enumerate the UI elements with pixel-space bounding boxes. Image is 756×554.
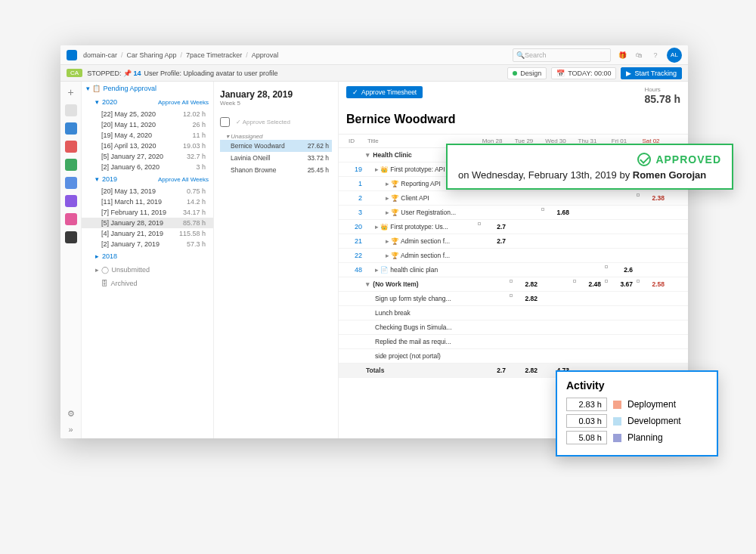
person-row[interactable]: Lavinia ONeill33.72 h [220,152,332,164]
add-icon[interactable]: + [67,86,73,98]
grid-cell[interactable] [540,196,572,200]
grid-cell[interactable] [508,325,540,330]
grid-cell[interactable] [508,239,540,243]
year-2020[interactable]: ▾ 2020Approve All Weeks [82,95,213,109]
grid-cell[interactable] [540,296,572,301]
expand-icon[interactable]: » [68,425,73,434]
rail-app-icon[interactable] [65,104,77,116]
grid-cell[interactable] [476,268,508,272]
week-row[interactable]: [19] May 4, 202011 h [82,130,213,141]
week-row[interactable]: [5] January 27, 202032.7 h [82,151,213,162]
grid-cell[interactable] [476,325,508,330]
week-row[interactable]: [2] January 6, 20203 h [82,162,213,172]
grid-cell[interactable] [476,210,508,215]
archived-section[interactable]: 🗄 Archived [82,277,213,290]
grid-cell[interactable]: 2.58 [635,278,667,290]
grid-cell[interactable] [540,239,572,243]
grid-cell[interactable] [635,253,667,258]
grid-cell[interactable] [635,210,667,215]
grid-cell[interactable]: 2.48 [572,278,603,290]
grid-cell[interactable] [572,268,603,272]
activity-hours[interactable]: 0.03 h [566,414,607,428]
grid-cell[interactable] [540,311,572,315]
grid-cell[interactable] [476,296,508,301]
grid-cell[interactable] [635,354,667,358]
grid-cell[interactable] [572,339,603,344]
week-row[interactable]: [7] February 11, 201934.17 h [82,207,213,218]
grid-row[interactable]: Replied the mail as requi... [339,335,688,349]
gift-icon[interactable]: 🎁 [617,50,627,60]
year-2019[interactable]: ▾ 2019Approve All Weeks [82,172,213,186]
select-all-checkbox[interactable] [220,117,230,127]
design-pill[interactable]: Design [507,67,547,79]
person-row[interactable]: Bernice Woodward27.62 h [220,140,332,152]
grid-cell[interactable] [572,224,603,229]
grid-row[interactable]: 22▸🏆 Admin section f... [339,249,688,263]
grid-cell[interactable] [508,354,540,358]
grid-cell[interactable] [572,354,603,358]
breadcrumb-item[interactable]: domain-car [83,51,117,59]
grid-cell[interactable] [508,224,540,229]
grid-row[interactable]: ▾ (No Work Item)2.822.483.672.58 [339,277,688,292]
week-row[interactable]: [20] May 11, 202026 h [82,119,213,130]
grid-cell[interactable] [540,224,572,229]
grid-cell[interactable] [603,224,635,229]
grid-cell[interactable] [476,339,508,344]
breadcrumb-item[interactable]: Approval [252,51,279,59]
breadcrumb-item[interactable]: 7pace Timetracker [186,51,242,59]
grid-cell[interactable] [635,339,667,344]
activity-hours[interactable]: 5.08 h [566,431,607,444]
approve-all-weeks-2019[interactable]: Approve All Weeks [158,176,209,183]
avatar[interactable]: AL [667,48,682,63]
rail-app-icon[interactable] [65,122,77,135]
rail-app-icon[interactable] [65,177,77,189]
search-input[interactable]: 🔍 Search [513,48,611,62]
activity-hours[interactable]: 2.83 h [566,398,607,411]
grid-cell[interactable]: 2.38 [635,192,667,204]
grid-row[interactable]: 20▸👑 First prototype: Us...2.7 [339,220,688,234]
year-2018[interactable]: ▸ 2018 [82,249,213,263]
grid-cell[interactable] [476,253,508,258]
grid-cell[interactable] [572,210,603,215]
grid-cell[interactable] [540,354,572,358]
grid-cell[interactable] [603,325,635,330]
grid-row[interactable]: side project (not portal) [339,349,688,364]
grid-row[interactable]: 21▸🏆 Admin section f...2.7 [339,234,688,249]
week-row[interactable]: [16] April 13, 202019.03 h [82,141,213,151]
rail-app-icon[interactable] [65,159,77,171]
grid-cell[interactable] [572,253,603,258]
week-row[interactable]: [4] January 21, 2019115.58 h [82,228,213,239]
grid-cell[interactable]: 3.67 [603,278,635,290]
grid-row[interactable]: Sign up form style chang...2.82 [339,292,688,306]
approve-all-weeks-2020[interactable]: Approve All Weeks [158,99,209,106]
grid-cell[interactable]: 2.6 [603,264,635,276]
status-item-id[interactable]: 14 [134,70,141,77]
grid-row[interactable]: 2▸🏆 Client API2.38 [339,191,688,206]
grid-cell[interactable] [603,210,635,215]
bag-icon[interactable]: 🛍 [634,50,644,60]
pending-approval-section[interactable]: ▾ 📋 Pending Approval [82,82,213,95]
grid-cell[interactable]: 2.82 [508,292,540,305]
grid-cell[interactable] [572,296,603,301]
grid-cell[interactable] [603,339,635,344]
grid-cell[interactable]: 2.7 [476,235,508,247]
unassigned-group[interactable]: ▾ Unassigned [220,133,332,140]
start-tracking-button[interactable]: ▶ Start Tracking [621,67,682,79]
week-row[interactable]: [20] May 13, 20190.75 h [82,186,213,197]
grid-cell[interactable] [603,354,635,358]
grid-row[interactable]: Checking Bugs in Simula... [339,320,688,335]
breadcrumb-item[interactable]: Car Sharing App [127,51,177,59]
rail-app-icon[interactable] [65,213,77,225]
grid-cell[interactable]: 1.68 [540,206,572,218]
grid-cell[interactable] [635,325,667,330]
grid-cell[interactable] [508,339,540,344]
rail-app-icon[interactable] [65,141,77,153]
grid-cell[interactable] [476,311,508,315]
grid-cell[interactable] [603,296,635,301]
grid-cell[interactable] [540,268,572,272]
week-row[interactable]: [2] January 7, 201957.3 h [82,239,213,249]
grid-cell[interactable] [476,354,508,358]
grid-cell[interactable]: 2.82 [508,278,540,290]
grid-row[interactable]: 3▸🏆 User Registration...1.68 [339,206,688,220]
help-icon[interactable]: ? [650,50,661,60]
